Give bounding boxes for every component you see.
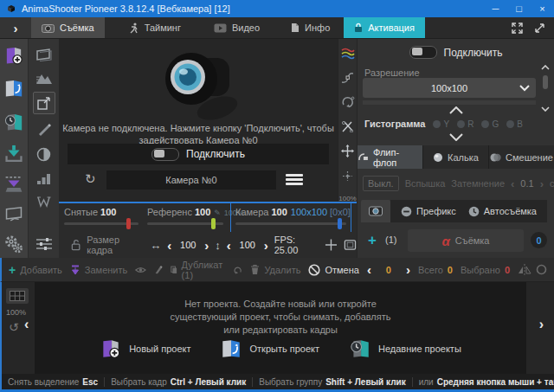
delete-button[interactable]: Удалить [250, 264, 300, 275]
camera-select[interactable]: Камера №0 [106, 170, 276, 190]
duplicate-button[interactable]: Дубликат (1) [171, 260, 226, 280]
radio-b[interactable] [506, 120, 514, 128]
visibility-eye-icon[interactable] [135, 266, 146, 274]
scroll-up-icon[interactable] [541, 65, 550, 70]
frame-next-button[interactable]: › [406, 263, 410, 276]
resize-tool-selected[interactable] [33, 92, 55, 114]
add-button[interactable]: + Добавить [9, 263, 62, 277]
height-increase-button[interactable]: › [264, 239, 268, 252]
resolution-select[interactable]: 100x100 [363, 78, 536, 98]
timeline-refresh-icon[interactable]: ↺ [9, 320, 19, 334]
levels-icon[interactable] [36, 172, 51, 185]
minimize-button[interactable]: ─ [484, 0, 507, 17]
replace-button[interactable]: Заменить [70, 265, 127, 275]
channel-y[interactable]: Y [433, 119, 449, 129]
flipflop-off-button[interactable]: Выкл. [363, 176, 399, 191]
maximize-button[interactable]: □ [507, 0, 531, 17]
prefix-tab[interactable]: Префикс [401, 206, 456, 217]
rotate-tool-icon[interactable] [341, 96, 355, 108]
collapse-down-button[interactable] [358, 133, 554, 141]
import-frames-icon[interactable] [3, 145, 24, 163]
adjustments-sliders-icon[interactable] [35, 237, 53, 251]
mirror-icon[interactable] [518, 264, 531, 275]
channel-g[interactable]: G [481, 119, 499, 129]
tab-blend[interactable]: Смешение [489, 145, 554, 169]
tab-info[interactable]: Инфо [280, 17, 340, 38]
nudge-tool-icon[interactable] [341, 170, 354, 183]
tab-bar: › Съёмка Тайминг Видео Инфо Активация [0, 17, 554, 39]
move-tool-icon[interactable] [341, 145, 354, 157]
shoot-button[interactable]: α Съёмка [408, 229, 524, 252]
pen-tool-icon[interactable] [36, 121, 52, 137]
interval-increase[interactable]: › [540, 177, 544, 190]
new-project-button[interactable]: Новый проект [100, 337, 190, 360]
tab-flipflop[interactable]: Флип-флоп [358, 145, 423, 169]
onion-skin-icon[interactable] [36, 196, 51, 208]
rotate-ccw-icon[interactable] [233, 265, 242, 275]
fullscreen-button[interactable] [506, 17, 528, 38]
channel-b[interactable]: B [506, 119, 523, 129]
curve-tool-icon[interactable] [341, 72, 354, 84]
cancel-button[interactable]: Отмена [308, 264, 358, 276]
tab-activation[interactable]: Активация [344, 17, 425, 38]
scrollbar-thumb[interactable] [543, 75, 548, 89]
frames-grid-toggle[interactable] [6, 288, 29, 304]
close-button[interactable]: × [531, 0, 554, 17]
captured-slider-handle[interactable] [126, 218, 131, 229]
recent-projects-button[interactable]: Недавние проекты [349, 337, 461, 360]
tab-timing[interactable]: Тайминг [119, 17, 191, 38]
loop-icon[interactable] [536, 264, 547, 275]
camera-menu-button[interactable] [286, 174, 303, 187]
grid-icon [10, 291, 25, 301]
width-decrease-button[interactable]: ‹ [167, 239, 171, 252]
right-connect-toggle[interactable] [409, 46, 437, 59]
export-frames-icon[interactable] [3, 175, 24, 193]
crosshair-icon[interactable] [325, 238, 338, 252]
tab-kalka[interactable]: Калька [423, 145, 489, 169]
camera-slider-group[interactable]: Камера100100x100[0x0] [230, 202, 351, 233]
frame-view-icon[interactable] [35, 48, 53, 61]
connect-toggle[interactable] [151, 148, 179, 161]
channel-r[interactable]: R [457, 119, 473, 129]
timeline-scroll-left[interactable]: ‹ [24, 317, 29, 332]
display-icon[interactable] [3, 205, 24, 222]
height-decrease-button[interactable]: ‹ [227, 239, 231, 252]
contrast-icon[interactable] [36, 147, 51, 162]
open-project-icon[interactable] [3, 78, 25, 99]
selection-frame-icon[interactable] [344, 239, 357, 251]
timeline-scroll-right[interactable]: › [539, 317, 544, 332]
interval-decrease[interactable]: ‹ [511, 177, 514, 190]
add-frame-plus-button[interactable]: + [368, 232, 377, 249]
tab-video[interactable]: Видео [203, 17, 270, 38]
frame-prev-button[interactable]: ‹ [367, 263, 371, 276]
unlock-icon[interactable] [71, 239, 81, 251]
camera-slider-handle[interactable] [338, 218, 342, 229]
reference-slider[interactable] [147, 222, 223, 225]
radio-g[interactable] [481, 120, 489, 128]
recent-projects-icon[interactable] [3, 112, 25, 132]
collapse-up-button[interactable] [358, 106, 554, 114]
new-project-icon[interactable] [3, 45, 25, 66]
captured-slider[interactable] [64, 222, 138, 225]
capture-camera-tab[interactable] [361, 200, 390, 222]
rgb-curves-icon[interactable] [341, 48, 355, 60]
fade-label[interactable]: Затемнение [451, 178, 505, 189]
paint-brush-icon[interactable] [154, 264, 163, 275]
delete-label: Удалить [264, 265, 300, 275]
width-increase-button[interactable]: › [204, 239, 209, 252]
tab-shoot[interactable]: Съёмка [31, 17, 105, 38]
histogram-icon[interactable] [35, 72, 53, 85]
fps-label: FPS: 25.00 [274, 235, 319, 255]
settings-gears-icon[interactable] [3, 234, 25, 254]
crop-tool-icon[interactable] [341, 120, 354, 132]
sidebar-expand-button[interactable]: › [0, 17, 31, 38]
resize-window-button[interactable] [528, 17, 551, 38]
reference-slider-handle[interactable] [211, 218, 216, 229]
autoshoot-tab[interactable]: Автосъёмка [468, 206, 537, 217]
camera-slider[interactable] [235, 222, 346, 225]
flash-label[interactable]: Вспышка [405, 178, 446, 189]
radio-y[interactable] [433, 120, 441, 128]
radio-r[interactable] [457, 120, 465, 128]
open-project-button[interactable]: Открыть проект [220, 337, 319, 360]
refresh-cameras-icon[interactable]: ↻ [85, 171, 96, 187]
